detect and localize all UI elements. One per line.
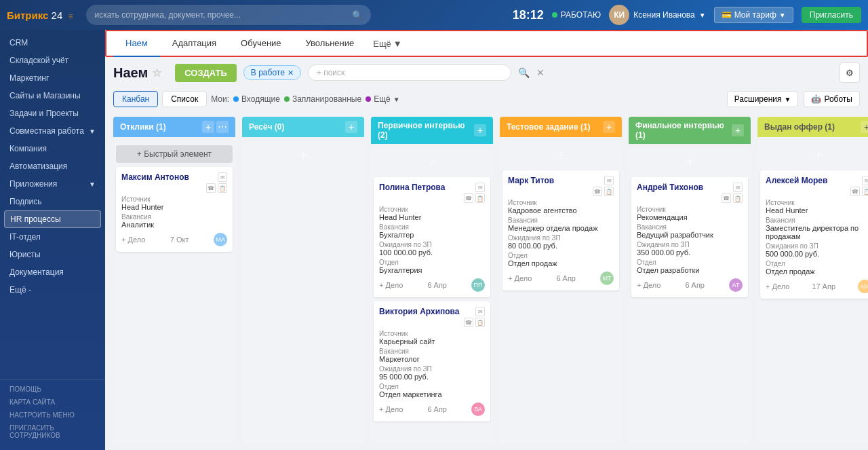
vacancy-value-antonov: Аналитик bbox=[121, 221, 227, 229]
extensions-button[interactable]: Расширения ▼ bbox=[727, 91, 799, 107]
robots-button[interactable]: 🤖 Роботы bbox=[804, 91, 860, 107]
col-add-offer[interactable]: + bbox=[861, 121, 868, 133]
col-add-testovoe[interactable]: + bbox=[603, 121, 615, 133]
sidebar-item-docs[interactable]: Документация bbox=[0, 263, 105, 281]
col-body-testovoe: + Марк Титов ✉ ☎ 📋 bbox=[500, 143, 622, 443]
search-input[interactable] bbox=[94, 10, 352, 20]
search-filter-icon[interactable]: 🔍 bbox=[518, 67, 530, 78]
plus-btn-pervichnoe[interactable]: + bbox=[374, 152, 490, 173]
planned-filter[interactable]: Запланированные bbox=[284, 94, 361, 104]
col-menu-otkiki[interactable]: ⋯ bbox=[216, 121, 229, 133]
sidebar-footer-help[interactable]: ПОМОЩЬ bbox=[0, 383, 105, 396]
col-add-otkiki[interactable]: + bbox=[202, 121, 214, 133]
add-deal-tihonov[interactable]: + Дело bbox=[637, 281, 660, 289]
card-icon-v2: ☎ bbox=[464, 318, 473, 327]
add-deal-petrova[interactable]: + Дело bbox=[379, 281, 403, 289]
sidebar-item-company[interactable]: Компания bbox=[0, 140, 105, 157]
content-area: Наем Адаптация Обучение Увольнение Ещё ▼… bbox=[105, 30, 868, 450]
card-icon-t3: 📋 bbox=[604, 187, 614, 196]
card-tihonov[interactable]: Андрей Тихонов ✉ ☎ 📋 И bbox=[631, 177, 748, 297]
quick-add-otkiki[interactable]: + Быстрый элемент bbox=[116, 145, 233, 163]
incoming-filter[interactable]: Входящие bbox=[233, 94, 280, 104]
sidebar-item-subscription[interactable]: Подпись bbox=[0, 193, 105, 210]
tab-adaptacia[interactable]: Адаптация bbox=[160, 30, 229, 57]
plus-btn-reserc[interactable]: + bbox=[245, 145, 361, 166]
card-icon-3: 📋 bbox=[218, 183, 227, 193]
sidebar-item-crm[interactable]: CRM bbox=[0, 34, 105, 52]
card-icon-a2: ☎ bbox=[722, 193, 731, 203]
moi-filter[interactable]: Мои: bbox=[211, 94, 229, 104]
filter-search[interactable]: + поиск bbox=[308, 64, 511, 81]
add-deal-antonov[interactable]: + Дело bbox=[121, 236, 145, 244]
tab-naem[interactable]: Наем bbox=[113, 30, 160, 57]
kanban-view-btn[interactable]: Канбан bbox=[113, 91, 158, 107]
sidebar-item-automation[interactable]: Автоматизация bbox=[0, 157, 105, 175]
status-label: РАБОТАЮ bbox=[561, 10, 601, 20]
page-title: Наем ☆ bbox=[113, 65, 161, 81]
card-icon-p2: ☎ bbox=[464, 193, 473, 203]
tariff-button[interactable]: 💳 Мой тариф ▼ bbox=[714, 7, 793, 23]
col-add-reserc[interactable]: + bbox=[345, 121, 357, 133]
chevron-down-icon-tariff: ▼ bbox=[779, 12, 786, 19]
plus-btn-offer[interactable]: + bbox=[760, 145, 868, 166]
more-dot bbox=[366, 96, 371, 102]
card-morev[interactable]: Алексей Морев ✉ ☎ 📋 Ис bbox=[760, 170, 868, 299]
sidebar-item-it[interactable]: IT-отдел bbox=[0, 228, 105, 246]
card-icon-2: ☎ bbox=[206, 183, 216, 193]
tab-more[interactable]: Ещё ▼ bbox=[366, 39, 408, 49]
logo: Битрикс 24 ≡ bbox=[7, 10, 73, 21]
card-icon-t1: ✉ bbox=[604, 176, 614, 185]
card-petrova[interactable]: Полина Петрова ✉ ☎ 📋 И bbox=[374, 177, 490, 297]
col-header-offer: Выдан оффер (1) + bbox=[757, 117, 868, 137]
tab-obuchenie[interactable]: Обучение bbox=[229, 30, 293, 57]
star-icon[interactable]: ☆ bbox=[152, 67, 161, 79]
plus-btn-finalnoe[interactable]: + bbox=[631, 152, 748, 173]
search-bar[interactable]: 🔍 bbox=[86, 5, 371, 25]
card-name-antonov: Максим Антонов bbox=[121, 172, 206, 182]
sidebar-footer-settings[interactable]: НАСТРОИТЬ МЕНЮ bbox=[0, 409, 105, 421]
invite-button[interactable]: Пригласить bbox=[802, 7, 861, 23]
more-filter[interactable]: Ещё ▼ bbox=[366, 94, 399, 104]
card-arhipova[interactable]: Виктория Архипова ✉ ☎ 📋 bbox=[374, 301, 490, 421]
create-button[interactable]: СОЗДАТЬ bbox=[175, 64, 237, 82]
sidebar-footer-invite[interactable]: ПРИГЛАСИТЬ СОТРУДНИКОВ bbox=[0, 421, 105, 442]
col-add-finalnoe[interactable]: + bbox=[732, 124, 744, 136]
filter-chip[interactable]: В работе ✕ bbox=[243, 65, 301, 80]
sidebar-item-marketing[interactable]: Маркетинг bbox=[0, 69, 105, 87]
sidebar: CRM Складской учёт Маркетинг Сайты и Маг… bbox=[0, 30, 105, 450]
card-icon-a3: 📋 bbox=[733, 193, 743, 203]
sidebar-item-tasks[interactable]: Задачи и Проекты bbox=[0, 105, 105, 122]
settings-button[interactable]: ⚙ bbox=[840, 62, 860, 83]
sidebar-item-lawyers[interactable]: Юристы bbox=[0, 246, 105, 263]
time-display: 18:12 bbox=[513, 8, 544, 22]
card-icon-v1: ✉ bbox=[475, 307, 485, 316]
column-otkiki: Отклики (1) + ⋯ + Быстрый элемент Максим… bbox=[113, 117, 235, 443]
add-deal-arhipova[interactable]: + Дело bbox=[379, 405, 403, 413]
close-filter-icon[interactable]: ✕ bbox=[536, 67, 545, 78]
sidebar-item-more[interactable]: Ещё - bbox=[0, 281, 105, 299]
card-titov[interactable]: Марк Титов ✉ ☎ 📋 Источ bbox=[502, 170, 619, 290]
sidebar-footer-sitemap[interactable]: КАРТА САЙТА bbox=[0, 396, 105, 409]
sidebar-item-sites[interactable]: Сайты и Магазины bbox=[0, 87, 105, 105]
sidebar-item-collab[interactable]: Совместная работа ▼ bbox=[0, 122, 105, 140]
card-footer-antonov: + Дело 7 Окт МА bbox=[121, 233, 227, 246]
view-toolbar: Канбан Список Мои: Входящие Запланирован… bbox=[105, 88, 868, 110]
user-block[interactable]: КИ Ксения Иванова ▼ bbox=[609, 5, 706, 25]
status-dot bbox=[552, 12, 557, 18]
list-view-btn[interactable]: Список bbox=[162, 91, 207, 107]
user-name: Ксения Иванова bbox=[633, 10, 695, 20]
col-add-pervichnoe[interactable]: + bbox=[474, 124, 486, 136]
add-deal-morev[interactable]: + Дело bbox=[766, 282, 789, 290]
plus-btn-testovoe[interactable]: + bbox=[502, 145, 619, 166]
add-deal-titov[interactable]: + Дело bbox=[508, 274, 532, 282]
sidebar-item-warehouse[interactable]: Складской учёт bbox=[0, 52, 105, 69]
sidebar-item-apps[interactable]: Приложения ▼ bbox=[0, 175, 105, 193]
card-antonov[interactable]: Максим Антонов ✉ ☎ 📋 И bbox=[116, 167, 233, 252]
card-name-titov: Марк Титов bbox=[508, 176, 593, 185]
card-name-petrova: Полина Петрова bbox=[379, 183, 464, 192]
card-name-morev: Алексей Морев bbox=[766, 176, 850, 185]
sidebar-item-hr[interactable]: HR процессы bbox=[4, 210, 101, 228]
tab-uvolnenie[interactable]: Увольнение bbox=[294, 30, 367, 57]
card-avatar-antonov: МА bbox=[214, 233, 227, 246]
close-chip-icon[interactable]: ✕ bbox=[288, 69, 294, 77]
